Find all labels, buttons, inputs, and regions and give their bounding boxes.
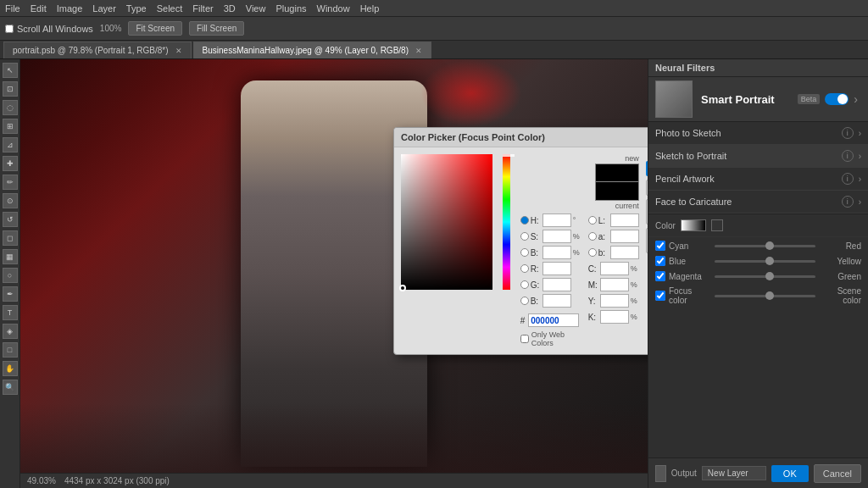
only-web-checkbox[interactable]: [520, 335, 529, 343]
blue-yellow-track[interactable]: [715, 260, 815, 263]
hue-radio[interactable]: [520, 216, 529, 225]
blue-checkbox[interactable]: [655, 256, 665, 266]
tab-portrait-close[interactable]: ✕: [175, 47, 182, 55]
color-options[interactable]: [711, 219, 723, 231]
cmyk-c-input[interactable]: 75: [600, 262, 629, 275]
move-tool[interactable]: ↖: [3, 63, 18, 78]
lasso-tool[interactable]: ◌: [3, 100, 18, 115]
menu-item-layer[interactable]: Layer: [92, 3, 116, 14]
cmyk-y-input[interactable]: 67: [600, 294, 629, 308]
menu-item-3d[interactable]: 3D: [224, 3, 236, 14]
red-radio[interactable]: [520, 264, 529, 273]
green-radio[interactable]: [520, 280, 529, 289]
path-tool[interactable]: ◈: [3, 324, 18, 339]
add-to-swatches-button[interactable]: Add to Swatches: [646, 199, 648, 225]
menu-item-select[interactable]: Select: [157, 3, 183, 14]
blue-radio[interactable]: [520, 297, 529, 305]
face-to-caricature-info[interactable]: i: [842, 196, 854, 208]
lab-a-input[interactable]: 0: [610, 230, 639, 243]
photo-to-sketch-info[interactable]: i: [842, 127, 854, 139]
color-libraries-button[interactable]: Color Libraries: [646, 228, 648, 253]
crop-tool[interactable]: ⊞: [3, 119, 18, 134]
tab-portrait[interactable]: portrait.psb @ 79.8% (Portrait 1, RGB/8*…: [3, 42, 192, 58]
neural-filter-cancel-button[interactable]: Cancel: [814, 464, 861, 483]
face-to-caricature-item[interactable]: Face to Caricature i ›: [648, 191, 868, 214]
magenta-green-thumb[interactable]: [765, 272, 774, 280]
nf-nav-arrow[interactable]: ›: [854, 92, 858, 106]
eraser-tool[interactable]: ◻: [3, 230, 18, 246]
menu-item-window[interactable]: Window: [317, 3, 350, 14]
saturation-radio[interactable]: [520, 232, 529, 241]
sketch-to-portrait-info[interactable]: i: [842, 150, 854, 162]
green-input[interactable]: 0: [542, 278, 571, 291]
hand-tool[interactable]: ✋: [3, 361, 18, 376]
fit-screen-button[interactable]: Fit Screen: [128, 21, 182, 36]
color-spectrum[interactable]: [401, 154, 492, 290]
selection-tool[interactable]: ⊡: [3, 81, 18, 97]
menu-item-plugins[interactable]: Plugins: [275, 3, 306, 14]
hue-strip[interactable]: [503, 154, 509, 290]
type-tool[interactable]: T: [3, 305, 18, 320]
color-swatch[interactable]: [681, 219, 706, 231]
cmyk-m-input[interactable]: 68: [600, 278, 629, 291]
lab-l-radio[interactable]: [588, 216, 597, 225]
blue-input[interactable]: 0: [542, 294, 571, 308]
tab-business-close[interactable]: ✕: [415, 47, 422, 55]
brush-tool[interactable]: ✏: [3, 175, 18, 190]
lab-b-input[interactable]: 0: [610, 246, 639, 259]
output-select[interactable]: New Layer: [702, 466, 766, 480]
shape-tool[interactable]: □: [3, 342, 18, 358]
pencil-artwork-info[interactable]: i: [842, 173, 854, 185]
pen-tool[interactable]: ✒: [3, 286, 18, 302]
brightness-radio[interactable]: [520, 248, 529, 257]
lab-l-input[interactable]: 0: [610, 214, 639, 227]
healing-tool[interactable]: ✚: [3, 156, 18, 171]
fill-screen-button[interactable]: Fill Screen: [189, 21, 244, 36]
pencil-artwork-item[interactable]: Pencil Artwork i ›: [648, 168, 868, 191]
red-input[interactable]: 0: [542, 262, 571, 275]
layers-icon[interactable]: [655, 465, 666, 482]
lab-a-radio[interactable]: [588, 232, 597, 241]
menu-item-edit[interactable]: Edit: [31, 3, 47, 14]
menu-item-file[interactable]: File: [5, 3, 20, 14]
menu-item-filter[interactable]: Filter: [192, 3, 213, 14]
dodge-tool[interactable]: ○: [3, 268, 18, 283]
smart-portrait-toggle[interactable]: [825, 93, 849, 105]
eyedropper-tool[interactable]: ⊿: [3, 137, 18, 152]
hex-input[interactable]: 000000: [528, 313, 579, 327]
brightness-input[interactable]: 0: [542, 246, 571, 259]
lab-a-row: a: 0: [588, 230, 639, 243]
focus-scene-track[interactable]: [715, 295, 815, 297]
toolbar: Scroll All Windows 100% Fit Screen Fill …: [0, 17, 868, 41]
blue-yellow-thumb[interactable]: [765, 257, 774, 265]
cyan-checkbox[interactable]: [655, 241, 665, 251]
menu-item-view[interactable]: View: [246, 3, 266, 14]
history-brush-tool[interactable]: ↺: [3, 212, 18, 227]
magenta-green-slider-row: Magenta Green: [655, 271, 861, 281]
cyan-red-track[interactable]: [715, 245, 815, 247]
tab-business[interactable]: BusinessManinaHallway.jpeg @ 49% (Layer …: [193, 42, 431, 58]
menu-item-type[interactable]: Type: [126, 3, 147, 14]
scroll-all-windows-checkbox[interactable]: [5, 25, 14, 33]
focus-checkbox[interactable]: [655, 291, 665, 301]
magenta-green-track[interactable]: [715, 275, 815, 278]
menu-item-image[interactable]: Image: [57, 3, 83, 14]
hex-symbol: #: [520, 316, 526, 325]
lab-b-radio[interactable]: [588, 248, 597, 257]
gradient-tool[interactable]: ▦: [3, 249, 18, 264]
color-picker-cancel-button[interactable]: Cancel: [646, 180, 648, 196]
magenta-checkbox[interactable]: [655, 271, 665, 281]
sketch-to-portrait-item[interactable]: Sketch to Portrait i ›: [648, 145, 868, 168]
cmyk-k-input[interactable]: 90: [600, 310, 629, 324]
neural-filter-ok-button[interactable]: OK: [771, 465, 809, 482]
clone-tool[interactable]: ⊙: [3, 193, 18, 208]
saturation-input[interactable]: 0: [542, 230, 571, 243]
hue-input[interactable]: 0: [542, 214, 571, 227]
zoom-tool[interactable]: 🔍: [3, 380, 18, 395]
photo-to-sketch-item[interactable]: Photo to Sketch i ›: [648, 122, 868, 145]
menu-item-help[interactable]: Help: [360, 3, 380, 14]
color-picker-ok-button[interactable]: OK: [646, 161, 648, 176]
focus-scene-thumb[interactable]: [765, 291, 774, 300]
cyan-red-thumb[interactable]: [765, 241, 774, 250]
scroll-all-windows-toggle[interactable]: Scroll All Windows: [5, 24, 93, 34]
